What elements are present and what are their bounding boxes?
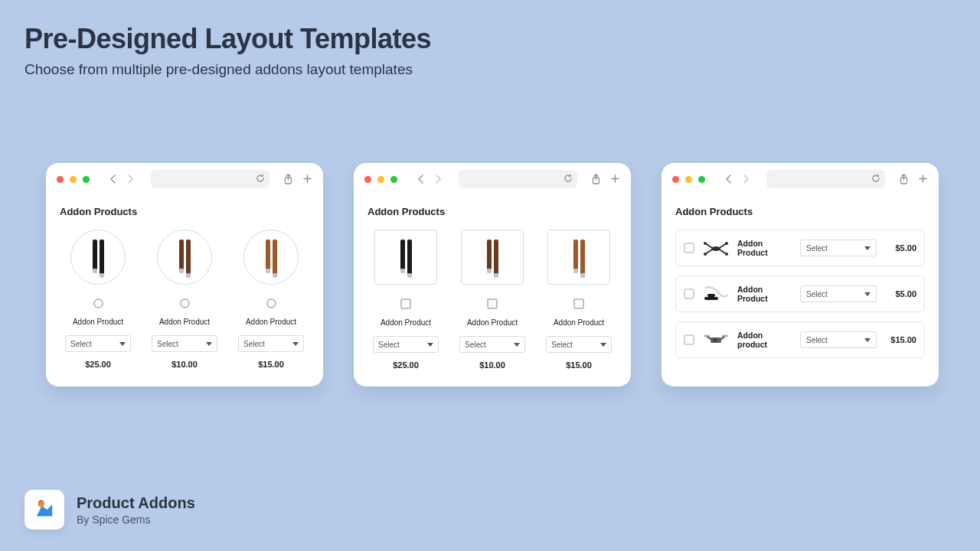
share-icon bbox=[591, 174, 601, 184]
close-dot-icon bbox=[364, 176, 371, 183]
minimize-dot-icon bbox=[377, 176, 384, 183]
url-bar bbox=[459, 170, 577, 188]
chevron-down-icon bbox=[292, 342, 299, 346]
page-title: Pre-Designed Layout Templates bbox=[24, 23, 431, 55]
layout-template-2[interactable]: Addon Products Addon Product Select $25.… bbox=[354, 163, 631, 386]
variant-select[interactable]: Select bbox=[800, 285, 877, 302]
addon-item: Addon Product Select $15.00 bbox=[233, 230, 309, 369]
checkbox-input[interactable] bbox=[400, 298, 411, 309]
section-title: Addon Products bbox=[675, 206, 925, 217]
forward-icon bbox=[123, 172, 137, 186]
product-thumb bbox=[461, 230, 524, 285]
app-byline: By Spice Gems bbox=[77, 514, 195, 526]
addon-label: Addon Product bbox=[73, 318, 123, 326]
new-tab-icon bbox=[302, 174, 312, 184]
forward-icon bbox=[431, 172, 445, 186]
addon-label: Addon Product bbox=[246, 318, 296, 326]
svg-point-7 bbox=[725, 253, 728, 256]
addon-price: $15.00 bbox=[566, 360, 592, 370]
section-title: Addon Products bbox=[368, 206, 617, 217]
browser-chrome bbox=[46, 163, 323, 195]
addon-grid: Addon Product Select $25.00 Addon Produc… bbox=[60, 230, 309, 369]
logo-icon bbox=[31, 497, 57, 523]
share-icon bbox=[899, 174, 909, 184]
addon-price: $5.00 bbox=[884, 289, 916, 298]
chevron-down-icon bbox=[514, 343, 520, 347]
chevron-down-icon bbox=[864, 246, 871, 250]
chevron-down-icon bbox=[600, 343, 606, 347]
checkbox-input[interactable] bbox=[487, 298, 498, 309]
variant-select[interactable]: Select bbox=[152, 335, 217, 352]
checkbox-input[interactable] bbox=[573, 298, 584, 309]
addon-label: Addon product bbox=[737, 331, 792, 349]
svg-point-12 bbox=[722, 335, 728, 337]
addon-item: Addon Product Select $25.00 bbox=[368, 230, 444, 370]
reload-icon bbox=[564, 172, 573, 186]
svg-point-5 bbox=[725, 242, 728, 245]
addon-label: Addon Product bbox=[554, 318, 604, 327]
minimize-dot-icon bbox=[685, 176, 692, 183]
addon-price: $10.00 bbox=[479, 360, 505, 370]
product-thumb bbox=[374, 230, 437, 285]
svg-rect-13 bbox=[714, 339, 717, 341]
variant-select[interactable]: Select bbox=[546, 336, 612, 353]
strap-icon bbox=[266, 240, 277, 275]
checkbox-input[interactable] bbox=[684, 334, 694, 345]
checkbox-input[interactable] bbox=[684, 289, 694, 299]
chevron-down-icon bbox=[427, 343, 433, 347]
radio-input[interactable] bbox=[180, 298, 190, 308]
reload-icon bbox=[871, 172, 880, 186]
drone-icon bbox=[703, 239, 729, 257]
variant-select[interactable]: Select bbox=[373, 336, 439, 353]
back-icon bbox=[722, 172, 736, 186]
addon-price: $15.00 bbox=[884, 335, 916, 344]
chevron-down-icon bbox=[119, 342, 126, 346]
back-icon bbox=[414, 172, 428, 186]
cable-icon bbox=[703, 285, 729, 303]
product-thumb bbox=[702, 328, 730, 351]
product-thumb bbox=[157, 230, 212, 285]
product-thumb bbox=[702, 236, 730, 259]
addon-price: $5.00 bbox=[884, 243, 916, 253]
product-thumb bbox=[702, 282, 730, 305]
browser-chrome bbox=[354, 163, 631, 195]
app-footer: Product Addons By Spice Gems bbox=[24, 490, 195, 530]
layout-template-3[interactable]: Addon Products Addon Product Select $5.0… bbox=[662, 163, 939, 386]
chevron-down-icon bbox=[864, 292, 871, 296]
addon-price: $15.00 bbox=[258, 360, 284, 369]
url-bar bbox=[151, 170, 270, 188]
layout-template-1[interactable]: Addon Products Addon Product Select $25.… bbox=[46, 163, 323, 386]
addon-price: $10.00 bbox=[172, 360, 198, 369]
svg-point-4 bbox=[704, 242, 707, 245]
addon-label: Addon Product bbox=[467, 318, 518, 327]
zoom-dot-icon bbox=[698, 176, 705, 183]
radio-input[interactable] bbox=[266, 298, 276, 308]
zoom-dot-icon bbox=[390, 176, 397, 183]
reload-icon bbox=[256, 172, 265, 186]
strap-icon bbox=[93, 240, 104, 275]
list-item: Addon product Select $15.00 bbox=[675, 321, 925, 358]
svg-rect-9 bbox=[707, 294, 715, 297]
quadcopter-icon bbox=[703, 331, 729, 349]
app-name: Product Addons bbox=[77, 494, 195, 512]
addon-price: $25.00 bbox=[393, 360, 419, 370]
variant-select[interactable]: Select bbox=[238, 335, 304, 352]
radio-input[interactable] bbox=[93, 298, 103, 308]
addon-label: Addon Product bbox=[737, 239, 792, 257]
variant-select[interactable]: Select bbox=[459, 336, 525, 353]
checkbox-input[interactable] bbox=[684, 243, 694, 253]
minimize-dot-icon bbox=[70, 176, 77, 183]
chevron-down-icon bbox=[206, 342, 212, 346]
variant-select[interactable]: Select bbox=[800, 331, 877, 348]
addon-label: Addon Product bbox=[381, 318, 431, 327]
share-icon bbox=[283, 174, 293, 184]
addon-item: Addon Product Select $15.00 bbox=[541, 230, 617, 370]
variant-select[interactable]: Select bbox=[65, 335, 131, 352]
addon-item: Addon Product Select $25.00 bbox=[60, 230, 136, 369]
variant-select[interactable]: Select bbox=[800, 240, 877, 256]
product-thumb bbox=[243, 230, 299, 285]
forward-icon bbox=[739, 172, 753, 186]
back-icon bbox=[106, 172, 120, 186]
product-thumb bbox=[70, 230, 126, 285]
strap-icon bbox=[179, 240, 191, 275]
